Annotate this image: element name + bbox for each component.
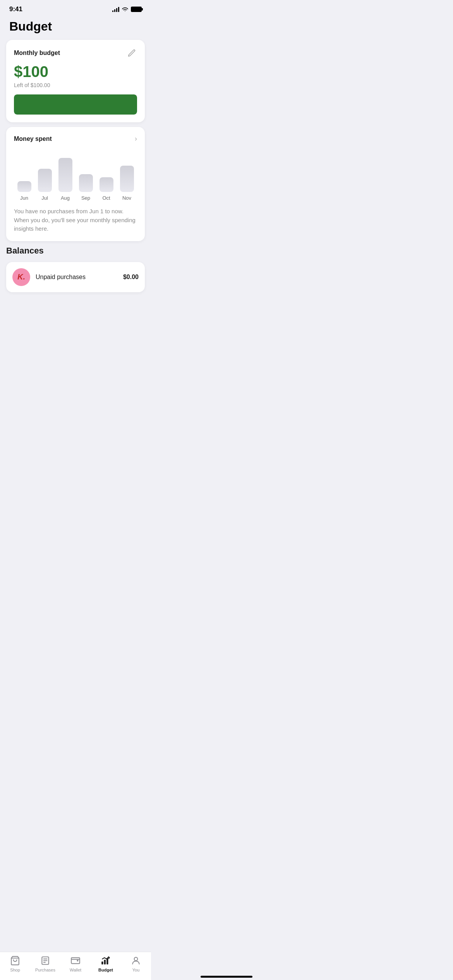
no-purchases-text: You have no purchases from Jun 1 to now.…	[14, 207, 137, 233]
bar-wrapper-oct	[100, 153, 113, 192]
budget-card-title: Monthly budget	[14, 50, 60, 57]
bar-label-nov: Nov	[122, 195, 131, 201]
chart-col-nov: Nov	[117, 153, 137, 201]
page-header: Budget	[0, 16, 151, 40]
status-time: 9:41	[9, 5, 22, 13]
budget-subtitle: Left of $100.00	[14, 82, 137, 88]
bar-aug	[58, 158, 72, 192]
wifi-icon	[122, 7, 129, 12]
chart-col-jul: Jul	[34, 153, 55, 201]
balances-title: Balances	[6, 246, 145, 256]
bar-label-sep: Sep	[81, 195, 90, 201]
bar-sep	[79, 174, 93, 192]
edit-budget-button[interactable]	[126, 48, 137, 58]
bar-wrapper-nov	[120, 153, 134, 192]
bar-jun	[17, 181, 31, 192]
money-spent-card: Money spent › Jun Jul	[6, 127, 145, 241]
klarna-logo: K.	[12, 268, 30, 286]
page-title: Budget	[9, 19, 142, 34]
bar-label-oct: Oct	[102, 195, 110, 201]
budget-progress-bar	[14, 94, 137, 115]
chart-col-jun: Jun	[14, 153, 34, 201]
bar-wrapper-aug	[58, 153, 72, 192]
chart-col-oct: Oct	[96, 153, 117, 201]
balance-amount: $0.00	[123, 274, 139, 281]
budget-card-header: Monthly budget	[14, 48, 137, 58]
bar-wrapper-jul	[38, 153, 52, 192]
bar-label-jul: Jul	[41, 195, 48, 201]
bar-nov	[120, 166, 134, 192]
budget-progress-fill	[14, 94, 137, 115]
battery-icon	[131, 7, 142, 12]
status-icons	[112, 7, 142, 12]
bar-wrapper-jun	[17, 153, 31, 192]
budget-amount: $100	[14, 63, 137, 81]
balance-item-unpaid[interactable]: K. Unpaid purchases $0.00	[6, 262, 145, 292]
money-spent-chevron[interactable]: ›	[135, 135, 137, 143]
bar-oct	[100, 177, 113, 192]
monthly-budget-card: Monthly budget $100 Left of $100.00	[6, 40, 145, 122]
chart-col-sep: Sep	[76, 153, 96, 201]
balance-label: Unpaid purchases	[36, 274, 118, 281]
money-spent-header: Money spent ›	[14, 135, 137, 143]
bar-label-jun: Jun	[20, 195, 28, 201]
bar-wrapper-sep	[79, 153, 93, 192]
chart-col-aug: Aug	[55, 153, 76, 201]
money-spent-title: Money spent	[14, 135, 52, 142]
balances-section: Balances K. Unpaid purchases $0.00	[0, 246, 151, 292]
bar-jul	[38, 169, 52, 192]
signal-icon	[112, 7, 119, 12]
spending-chart: Jun Jul Aug	[14, 151, 137, 201]
bar-label-aug: Aug	[61, 195, 70, 201]
status-bar: 9:41	[0, 0, 151, 16]
